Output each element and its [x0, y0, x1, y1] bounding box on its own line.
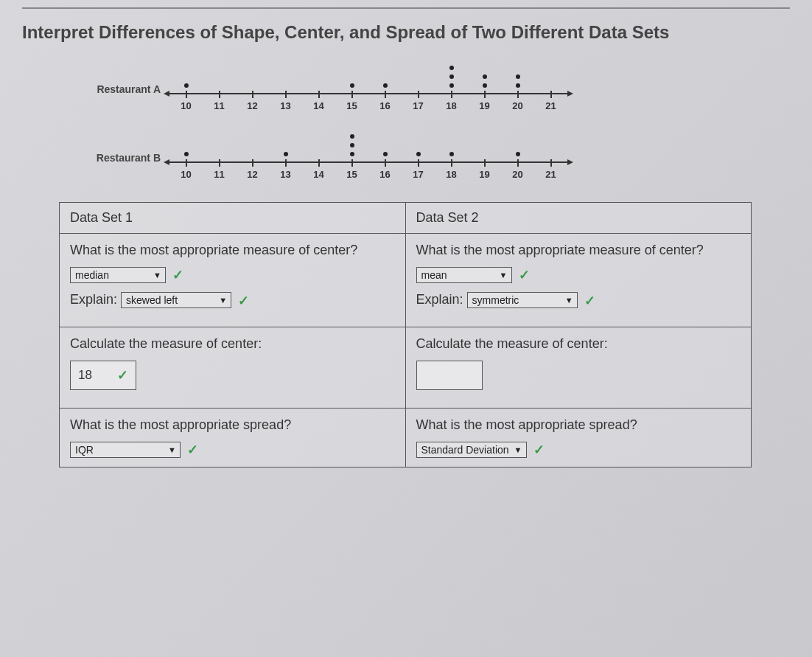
dot-column [335, 132, 368, 161]
axis-tick: 14 [302, 163, 335, 180]
answers-table: Data Set 1 Data Set 2 What is the most a… [59, 202, 752, 467]
dotplot-a: 101112131415161718192021 [169, 63, 567, 111]
col2-explain-label: Explain: [416, 292, 463, 307]
chevron-down-icon: ▼ [512, 445, 525, 454]
axis-tick: 21 [534, 94, 567, 111]
page-title: Interpret Differences of Shape, Center, … [22, 22, 790, 43]
data-dot [449, 74, 454, 79]
col2-calc-input[interactable] [416, 361, 483, 390]
col2-explain-select[interactable]: symmetric ▼ [467, 292, 578, 308]
dot-column [236, 132, 269, 161]
axis-tick: 11 [203, 163, 236, 180]
col2-q-spread: What is the most appropriate spread? [416, 417, 741, 433]
data-dot [449, 152, 454, 156]
axis-tick: 12 [236, 94, 269, 111]
data-dot [416, 152, 421, 156]
dotplot-b: 101112131415161718192021 [169, 132, 567, 180]
dot-column [435, 63, 468, 93]
col1-q-center: What is the most appropriate measure of … [70, 243, 395, 258]
dot-column [269, 132, 302, 161]
col1-spread-select[interactable]: IQR ▼ [70, 442, 181, 458]
axis-tick: 14 [302, 94, 335, 111]
check-icon: ✓ [187, 442, 198, 458]
axis-tick: 11 [203, 94, 236, 111]
chevron-down-icon: ▼ [151, 271, 164, 279]
data-dot [516, 83, 520, 88]
axis-tick: 13 [269, 163, 302, 180]
data-dot [449, 83, 454, 88]
check-icon: ✓ [238, 293, 249, 309]
col1-calc-input[interactable]: 18 ✓ [70, 361, 136, 390]
data-dot [516, 152, 520, 156]
dot-column [236, 63, 269, 93]
chevron-down-icon: ▼ [217, 296, 229, 305]
axis-tick: 12 [236, 163, 269, 180]
data-dot [383, 152, 388, 156]
axis-tick: 20 [501, 163, 534, 180]
dot-column [468, 132, 501, 161]
col1-q-calc: Calculate the measure of center: [70, 336, 395, 352]
data-dot [383, 83, 388, 88]
check-icon: ✓ [172, 267, 183, 283]
axis-tick: 10 [169, 94, 203, 111]
col1-center-select[interactable]: median ▼ [70, 267, 166, 283]
axis-tick: 16 [368, 94, 402, 111]
col2-q-center: What is the most appropriate measure of … [416, 243, 741, 258]
dot-column [269, 63, 302, 93]
data-dot [350, 152, 354, 156]
axis-tick: 13 [269, 94, 302, 111]
col2-center-select[interactable]: mean ▼ [416, 267, 512, 283]
dot-column [302, 63, 335, 93]
col1-explain-select[interactable]: skewed left ▼ [121, 292, 231, 308]
chevron-down-icon: ▼ [497, 271, 510, 279]
axis-tick: 16 [368, 163, 402, 180]
data-dot [483, 74, 487, 79]
axis-tick: 19 [468, 94, 501, 111]
dot-column [203, 132, 236, 161]
col1-header: Data Set 1 [60, 203, 406, 234]
axis-tick: 10 [169, 163, 203, 180]
dot-column [302, 132, 335, 161]
data-dot [284, 152, 288, 156]
axis-tick: 17 [402, 94, 435, 111]
axis-tick: 15 [335, 163, 368, 180]
axis-tick: 18 [435, 163, 468, 180]
dot-column [534, 63, 567, 93]
chevron-down-icon: ▼ [563, 296, 575, 305]
check-icon: ✓ [117, 367, 128, 383]
col1-q-spread: What is the most appropriate spread? [70, 417, 395, 433]
data-dot [350, 143, 354, 147]
data-dot [350, 83, 354, 88]
dot-column [534, 132, 567, 161]
check-icon: ✓ [533, 442, 545, 458]
dotplots-area: Restaurant A 101112131415161718192021 Re… [88, 63, 790, 180]
axis-tick: 19 [468, 163, 501, 180]
check-icon: ✓ [519, 267, 530, 283]
chart-a-label: Restaurant A [88, 83, 169, 111]
data-dot [483, 83, 487, 88]
dot-column [335, 63, 368, 93]
axis-tick: 15 [335, 94, 368, 111]
col1-explain-label: Explain: [70, 292, 117, 307]
data-dot [449, 66, 454, 70]
data-dot [350, 134, 354, 139]
check-icon: ✓ [584, 293, 595, 309]
chart-b-label: Restaurant B [88, 152, 169, 180]
dot-column [368, 132, 402, 161]
dot-column [203, 63, 236, 93]
dot-column [169, 132, 203, 161]
axis-tick: 21 [534, 163, 567, 180]
dot-column [435, 132, 468, 161]
dot-column [501, 132, 534, 161]
axis-tick: 18 [435, 94, 468, 111]
axis-tick: 17 [402, 163, 435, 180]
dot-column [402, 63, 435, 93]
dot-column [501, 63, 534, 93]
dot-column [402, 132, 435, 161]
axis-tick: 20 [501, 94, 534, 111]
data-dot [184, 152, 189, 156]
dot-column [468, 63, 501, 93]
chevron-down-icon: ▼ [166, 445, 178, 454]
col2-spread-select[interactable]: Standard Deviation ▼ [416, 442, 527, 458]
col2-q-calc: Calculate the measure of center: [416, 336, 741, 352]
